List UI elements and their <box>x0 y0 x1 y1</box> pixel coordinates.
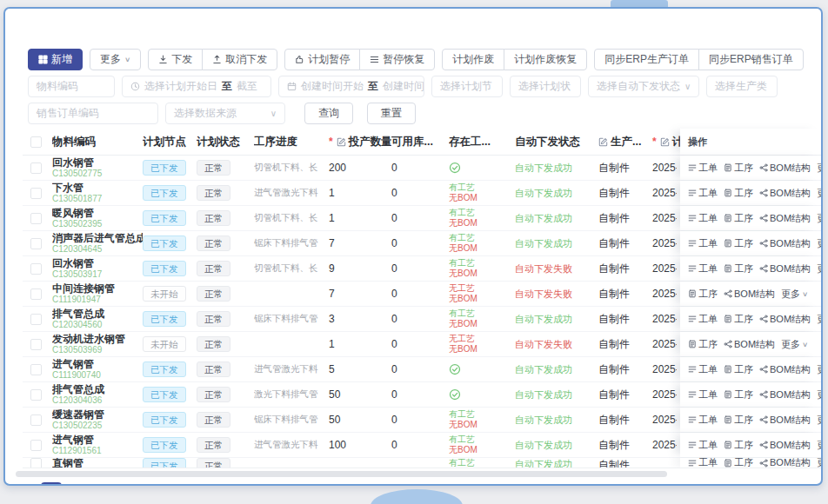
pagination-page-1-button[interactable]: 1 <box>41 482 62 486</box>
row-checkbox[interactable] <box>30 213 42 224</box>
operation-more-link[interactable]: 更多∨ <box>817 262 821 275</box>
operation-work-order-link[interactable]: 工单 <box>688 162 718 175</box>
operation-bom-structure-link[interactable]: BOM结构 <box>759 363 811 376</box>
range-separator: 至 <box>222 79 232 94</box>
operation-work-order-link[interactable]: 工单 <box>688 439 718 452</box>
button-取消下发[interactable]: 取消下发 <box>202 49 277 70</box>
operation-bom-structure-link[interactable]: BOM结构 <box>759 414 811 427</box>
button-暂停恢复[interactable]: 暂停恢复 <box>359 49 435 70</box>
operation-more-link[interactable]: 更多∨ <box>781 338 808 351</box>
operation-more-link[interactable]: 更多∨ <box>817 414 821 427</box>
button-计划作废[interactable]: 计划作废 <box>442 49 504 70</box>
operation-process-link[interactable]: 工序 <box>688 288 718 301</box>
row-checkbox[interactable] <box>30 364 42 375</box>
operation-bom-structure-link[interactable]: BOM结构 <box>759 313 811 326</box>
operation-bom-structure-link[interactable]: BOM结构 <box>759 237 811 250</box>
row-checkbox[interactable] <box>30 339 42 350</box>
operation-bom-structure-link[interactable]: BOM结构 <box>759 439 811 452</box>
create-time-range[interactable]: 创建时间开始至创建时间结束 <box>278 76 424 97</box>
operation-work-order-link[interactable]: 工单 <box>688 187 718 200</box>
operation-bom-structure-link[interactable]: BOM结构 <box>724 338 775 351</box>
button-同步ERP销售订单[interactable]: 同步ERP销售订单 <box>698 49 804 70</box>
data-source-select[interactable]: 选择数据来源∨ <box>165 103 285 124</box>
operation-work-order-link[interactable]: 工单 <box>688 414 718 427</box>
operation-more-link[interactable]: 更多∨ <box>817 313 821 326</box>
plan-start-date-range[interactable]: 选择计划开始日至截至 <box>122 76 271 97</box>
operation-process-link[interactable]: 工序 <box>724 162 753 175</box>
more-button[interactable]: 更多∨ <box>90 49 141 70</box>
select-all-checkbox[interactable] <box>30 136 42 148</box>
row-checkbox[interactable] <box>30 414 42 426</box>
operation-label: 更多 <box>781 288 800 301</box>
operation-process-link[interactable]: 工序 <box>724 414 753 427</box>
operation-work-order-link[interactable]: 工单 <box>688 388 718 401</box>
operation-process-link[interactable]: 工序 <box>724 212 753 225</box>
row-checkbox[interactable] <box>30 238 42 249</box>
row-checkbox[interactable] <box>30 389 42 401</box>
operation-bom-structure-link[interactable]: BOM结构 <box>759 262 811 275</box>
row-checkbox[interactable] <box>30 188 42 199</box>
row-checkbox[interactable] <box>30 288 42 300</box>
operation-work-order-link[interactable]: 工单 <box>688 262 718 275</box>
auto-issue-status-text: 自动下发失败 <box>515 338 572 351</box>
operation-process-link[interactable]: 工序 <box>688 338 718 351</box>
operation-process-link[interactable]: 工序 <box>724 237 753 250</box>
column-header-计划节点: 计划节点 <box>143 135 197 149</box>
operation-process-link[interactable]: 工序 <box>724 439 753 452</box>
search-button[interactable]: 查询 <box>304 103 353 124</box>
operation-process-link[interactable]: 工序 <box>724 388 753 401</box>
operation-process-link[interactable]: 工序 <box>724 458 753 468</box>
operation-work-order-link[interactable]: 工单 <box>688 313 718 326</box>
list-icon <box>688 365 697 374</box>
operation-bom-structure-link[interactable]: BOM结构 <box>759 212 811 225</box>
row-checkbox[interactable] <box>30 458 42 468</box>
operation-process-link[interactable]: 工序 <box>724 313 753 326</box>
operation-more-link[interactable]: 更多∨ <box>817 388 821 401</box>
operation-bom-structure-link[interactable]: BOM结构 <box>759 162 811 175</box>
operation-more-link[interactable]: 更多∨ <box>817 458 821 468</box>
row-checkbox[interactable] <box>30 162 42 174</box>
plan-node-select[interactable]: 选择计划节 <box>431 76 503 97</box>
operation-more-link[interactable]: 更多∨ <box>817 212 821 225</box>
row-checkbox[interactable] <box>30 263 42 275</box>
button-下发[interactable]: 下发 <box>148 49 203 70</box>
operation-bom-structure-link[interactable]: BOM结构 <box>724 288 775 301</box>
operation-work-order-link[interactable]: 工单 <box>688 237 718 250</box>
operation-bom-structure-link[interactable]: BOM结构 <box>759 388 811 401</box>
production-type-cell: 自制件 <box>598 413 652 428</box>
auto-issue-status-select[interactable]: 选择自动下发状态∨ <box>588 76 699 97</box>
auto-issue-status-cell: 自动下发成功 <box>515 388 598 401</box>
button-计划作废恢复[interactable]: 计划作废恢复 <box>504 49 587 70</box>
reset-button[interactable]: 重置 <box>367 103 416 124</box>
column-header-label: 工序进度 <box>254 135 297 149</box>
operation-label: 更多 <box>817 363 821 376</box>
operation-bom-structure-link[interactable]: BOM结构 <box>759 458 811 468</box>
pagination-next-button[interactable]: › <box>71 486 75 487</box>
operation-more-link[interactable]: 更多∨ <box>817 363 821 376</box>
operation-more-link[interactable]: 更多∨ <box>817 237 821 250</box>
production-type-select[interactable]: 选择生产类 <box>706 76 778 97</box>
operation-more-link[interactable]: 更多∨ <box>817 187 821 200</box>
operation-process-link[interactable]: 工序 <box>724 262 753 275</box>
material-code-filter[interactable]: 物料编码 <box>28 76 115 97</box>
add-button[interactable]: 新增 <box>28 49 83 70</box>
pagination-prev-button[interactable]: ‹ <box>28 486 31 487</box>
button-计划暂停[interactable]: 计划暂停 <box>284 49 360 70</box>
operation-work-order-link[interactable]: 工单 <box>688 363 718 376</box>
craft-line: 无BOM <box>449 269 477 280</box>
row-checkbox[interactable] <box>30 314 42 325</box>
plan-status-select[interactable]: 选择计划状 <box>510 76 581 97</box>
operation-process-link[interactable]: 工序 <box>724 363 753 376</box>
horizontal-scrollbar-thumb[interactable] <box>16 471 667 477</box>
edit-column-icon <box>598 137 608 147</box>
operation-more-link[interactable]: 更多∨ <box>817 439 821 452</box>
operation-process-link[interactable]: 工序 <box>724 187 753 200</box>
operation-work-order-link[interactable]: 工单 <box>688 458 718 468</box>
operation-more-link[interactable]: 更多∨ <box>817 162 821 175</box>
row-checkbox[interactable] <box>30 440 42 451</box>
operation-work-order-link[interactable]: 工单 <box>688 212 718 225</box>
button-同步ERP生产订单[interactable]: 同步ERP生产订单 <box>594 49 699 70</box>
sales-order-filter[interactable]: 销售订单编码 <box>28 103 158 124</box>
operation-bom-structure-link[interactable]: BOM结构 <box>759 187 811 200</box>
operation-more-link[interactable]: 更多∨ <box>781 288 808 301</box>
